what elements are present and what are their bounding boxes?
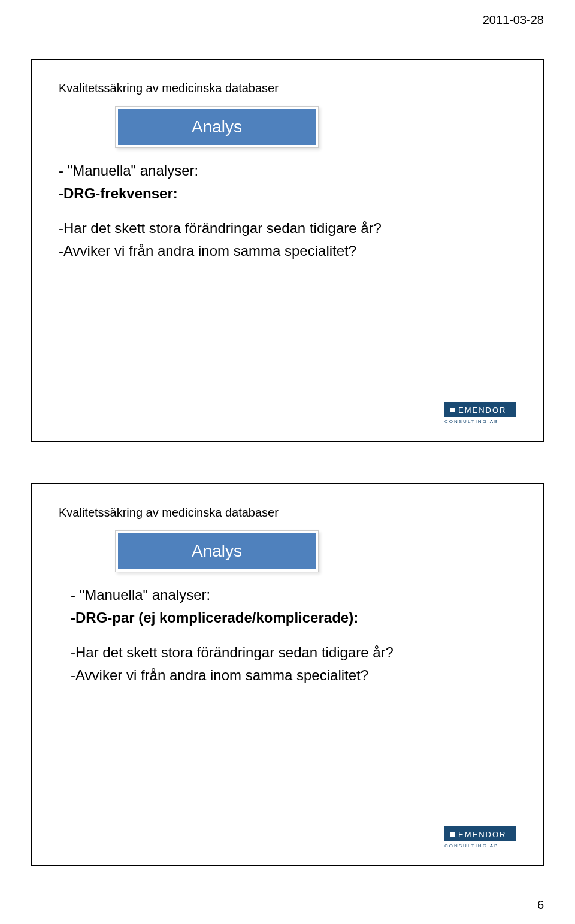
analys-box: Analys (118, 533, 316, 569)
content-line: - "Manuella" analyser: (59, 162, 516, 179)
logo-name: EMENDOR (458, 830, 506, 839)
logo-name: EMENDOR (458, 406, 506, 415)
slide-content: - "Manuella" analyser: -DRG-frekvenser: … (59, 162, 516, 259)
analys-box-wrap: Analys (115, 106, 319, 148)
content-line: -Har det skett stora förändringar sedan … (59, 220, 516, 237)
emendor-logo: EMENDOR CONSULTING AB (444, 402, 516, 424)
content-line: -DRG-par (ej komplicerade/komplicerade): (71, 609, 516, 626)
slide-title: Kvalitetssäkring av medicinska databaser (59, 81, 516, 95)
content-line: - "Manuella" analyser: (71, 587, 516, 603)
emendor-logo: EMENDOR CONSULTING AB (444, 826, 516, 848)
slide-1: Kvalitetssäkring av medicinska databaser… (31, 59, 544, 442)
slide-title: Kvalitetssäkring av medicinska databaser (59, 506, 516, 520)
content-line: -Avviker vi från andra inom samma specia… (59, 243, 516, 259)
slide-2: Kvalitetssäkring av medicinska databaser… (31, 483, 544, 866)
logo-square-icon (450, 408, 455, 412)
content-line: -Har det skett stora förändringar sedan … (71, 644, 516, 661)
logo-bar: EMENDOR (444, 402, 516, 417)
slide-content: - "Manuella" analyser: -DRG-par (ej komp… (59, 587, 516, 684)
analys-box: Analys (118, 109, 316, 145)
logo-subtitle: CONSULTING AB (444, 843, 516, 848)
page-number: 6 (537, 898, 544, 912)
slides-container: Kvalitetssäkring av medicinska databaser… (31, 59, 544, 866)
page: 2011-03-28 Kvalitetssäkring av medicinsk… (0, 0, 575, 924)
content-line: -DRG-frekvenser: (59, 185, 516, 202)
logo-square-icon (450, 832, 455, 837)
analys-box-wrap: Analys (115, 530, 319, 572)
logo-subtitle: CONSULTING AB (444, 419, 516, 424)
logo-bar: EMENDOR (444, 826, 516, 841)
content-line: -Avviker vi från andra inom samma specia… (71, 667, 516, 684)
header-date: 2011-03-28 (483, 13, 544, 27)
